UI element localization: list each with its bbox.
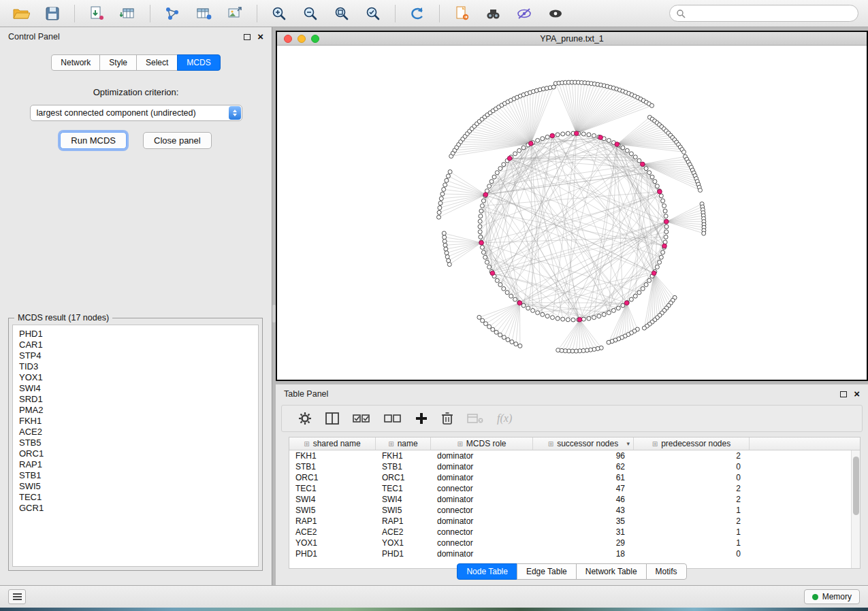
network-canvas[interactable] <box>277 46 867 380</box>
column-layout-icon[interactable] <box>325 412 339 425</box>
table-cell[interactable]: 2 <box>634 495 750 504</box>
table-cell[interactable]: ACE2 <box>376 527 431 537</box>
new-network-button[interactable] <box>158 3 187 24</box>
table-cell[interactable]: 18 <box>533 549 634 559</box>
find-button[interactable] <box>479 3 507 24</box>
table-cell[interactable]: RAP1 <box>289 516 376 526</box>
hide-selected-button[interactable] <box>510 3 539 24</box>
deselect-all-icon[interactable] <box>384 413 402 424</box>
float-panel-icon[interactable] <box>840 391 847 397</box>
mcds-result-item[interactable]: SRD1 <box>19 394 258 405</box>
column-header-successor-nodes[interactable]: ⊞successor nodes▾ <box>533 437 634 450</box>
column-header-predecessor-nodes[interactable]: ⊞predecessor nodes <box>634 437 750 450</box>
table-cell[interactable]: SWI5 <box>289 506 376 515</box>
mcds-result-item[interactable]: CAR1 <box>19 340 258 350</box>
table-cell[interactable]: 1 <box>634 527 750 537</box>
table-cell[interactable]: 0 <box>634 462 750 472</box>
table-cell[interactable]: dominator <box>431 495 533 504</box>
mcds-result-item[interactable]: PHD1 <box>19 329 258 340</box>
mcds-result-item[interactable]: RAP1 <box>19 459 258 470</box>
table-cell[interactable]: FKH1 <box>289 451 376 461</box>
export-image-button[interactable] <box>221 3 249 24</box>
close-panel-button[interactable]: Close panel <box>143 132 212 149</box>
criterion-select[interactable]: largest connected component (undirected) <box>30 105 242 121</box>
table-cell[interactable]: dominator <box>431 516 533 526</box>
settings-gear-icon[interactable] <box>298 412 312 425</box>
table-cell[interactable]: dominator <box>431 473 533 482</box>
table-cell[interactable]: PHD1 <box>289 549 376 559</box>
mcds-result-item[interactable]: STB1 <box>19 470 258 481</box>
refresh-layout-button[interactable] <box>403 3 432 24</box>
new-table-button[interactable] <box>189 3 218 24</box>
table-cell[interactable]: 62 <box>533 462 634 472</box>
table-cell[interactable]: connector <box>431 527 533 537</box>
tab-network[interactable]: Network <box>51 54 100 71</box>
mcds-result-item[interactable]: STB5 <box>19 437 258 448</box>
mcds-result-item[interactable]: SWI5 <box>19 481 258 492</box>
import-network-file-button[interactable] <box>82 3 111 24</box>
table-cell[interactable]: SWI4 <box>376 495 431 504</box>
import-table-file-button[interactable] <box>114 3 142 24</box>
export-network-button[interactable] <box>447 3 476 24</box>
table-cell[interactable]: 1 <box>634 506 750 515</box>
add-column-icon[interactable] <box>415 412 428 425</box>
delete-column-icon[interactable] <box>441 412 453 425</box>
table-cell[interactable]: 35 <box>533 516 634 526</box>
table-cell[interactable]: PHD1 <box>376 549 431 559</box>
select-all-icon[interactable] <box>353 413 370 424</box>
table-cell[interactable]: 96 <box>533 451 634 461</box>
table-cell[interactable]: 2 <box>634 451 750 461</box>
table-cell[interactable]: 43 <box>533 506 634 515</box>
table-tab-edge-table[interactable]: Edge Table <box>517 563 577 580</box>
search-box[interactable] <box>669 5 858 22</box>
table-cell[interactable]: dominator <box>431 462 533 472</box>
table-cell[interactable]: YOX1 <box>289 538 376 548</box>
table-cell[interactable]: 61 <box>533 473 634 482</box>
table-row[interactable]: TEC1TEC1connector472 <box>289 483 860 494</box>
close-panel-icon[interactable]: × <box>257 33 263 40</box>
column-header-mcds-role[interactable]: ⊞MCDS role <box>431 437 533 450</box>
table-cell[interactable]: 31 <box>533 527 634 537</box>
table-row[interactable]: SWI4SWI4dominator462 <box>289 494 860 505</box>
mcds-result-item[interactable]: YOX1 <box>19 372 258 383</box>
mcds-result-item[interactable]: TEC1 <box>19 492 258 503</box>
table-tab-network-table[interactable]: Network Table <box>576 563 647 580</box>
mcds-result-item[interactable]: SWI4 <box>19 383 258 394</box>
table-cell[interactable]: TEC1 <box>376 484 431 493</box>
mcds-result-item[interactable]: ORC1 <box>19 448 258 459</box>
mcds-result-item[interactable]: PMA2 <box>19 405 258 416</box>
tab-mcds[interactable]: MCDS <box>177 54 220 71</box>
table-cell[interactable]: dominator <box>431 451 533 461</box>
table-cell[interactable]: 2 <box>634 484 750 493</box>
mcds-result-list[interactable]: PHD1CAR1STP4TID3YOX1SWI4SRD1PMA2FKH1ACE2… <box>12 325 259 567</box>
save-session-button[interactable] <box>38 3 67 24</box>
scrollbar-thumb[interactable] <box>853 457 859 515</box>
float-panel-icon[interactable] <box>244 34 251 40</box>
mcds-result-item[interactable]: ACE2 <box>19 427 258 437</box>
close-panel-icon[interactable]: × <box>854 391 860 397</box>
table-cell[interactable]: FKH1 <box>376 451 431 461</box>
table-cell[interactable]: 46 <box>533 495 634 504</box>
table-row[interactable]: STB1STB1dominator620 <box>289 461 860 472</box>
panel-menu-button[interactable] <box>8 589 26 604</box>
table-scrollbar[interactable] <box>851 450 860 568</box>
table-cell[interactable]: connector <box>431 538 533 548</box>
table-cell[interactable]: 0 <box>634 549 750 559</box>
open-file-button[interactable] <box>7 3 35 24</box>
tab-select[interactable]: Select <box>136 54 178 71</box>
mcds-result-item[interactable]: FKH1 <box>19 416 258 427</box>
table-row[interactable]: FKH1FKH1dominator962 <box>289 450 860 461</box>
show-all-button[interactable] <box>541 3 570 24</box>
table-row[interactable]: PHD1PHD1dominator180 <box>289 548 860 559</box>
zoom-in-button[interactable] <box>265 3 293 24</box>
table-row[interactable]: YOX1YOX1connector291 <box>289 538 860 548</box>
table-tab-node-table[interactable]: Node Table <box>457 563 517 580</box>
table-cell[interactable]: SWI4 <box>289 495 376 504</box>
table-row[interactable]: ACE2ACE2connector311 <box>289 527 860 538</box>
table-cell[interactable]: 2 <box>634 516 750 526</box>
tab-style[interactable]: Style <box>99 54 137 71</box>
table-cell[interactable]: 47 <box>533 484 634 493</box>
table-row[interactable]: SWI5SWI5connector431 <box>289 505 860 516</box>
table-cell[interactable]: 0 <box>634 473 750 482</box>
network-search-input[interactable] <box>690 9 852 18</box>
